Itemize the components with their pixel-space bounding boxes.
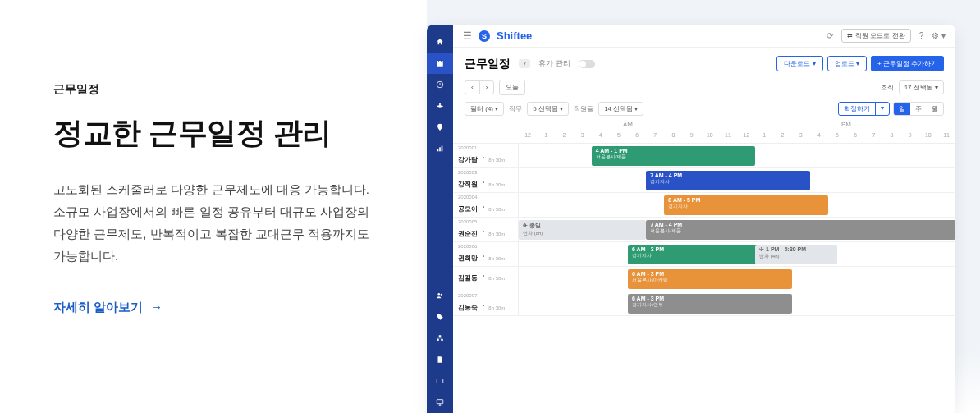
view-week[interactable]: 주 — [910, 103, 927, 115]
svg-rect-13 — [437, 400, 443, 404]
sidenav-chart[interactable] — [427, 138, 453, 159]
sidenav-clock[interactable] — [427, 74, 453, 95]
main-title: 정교한 근무일정 관리 — [53, 113, 378, 154]
shift-block[interactable]: 8 AM - 5 PM경기지사 — [664, 195, 828, 215]
shift-time: ✈ 1 PM - 5:30 PM — [759, 246, 833, 253]
schedule-row: 2020005권순진 · 8h 30m✈ 종일연차 (8h)7 AM - 4 P… — [453, 218, 955, 242]
monitor-icon — [436, 398, 444, 406]
shift-block[interactable]: ✈ 1 PM - 5:30 PM반차 (4h) — [755, 245, 837, 264]
shift-loc: 연차 (8h) — [523, 230, 642, 237]
doc-icon — [436, 356, 444, 364]
shift-loc: 경기지사/연부 — [632, 301, 788, 309]
hour-cell: 4 — [592, 132, 610, 143]
row-header[interactable]: 2020001강가람 · 8h 30m — [453, 144, 519, 167]
today-button[interactable]: 오늘 — [499, 80, 525, 95]
shift-loc: 반차 (4h) — [759, 253, 833, 260]
hour-cell: 8 — [664, 132, 682, 143]
logo-text: Shiftee — [497, 30, 532, 42]
menu-icon[interactable]: ☰ — [463, 30, 472, 42]
emp-name: 김농숙 — [458, 304, 478, 311]
am-label: AM — [519, 121, 737, 132]
emp-select[interactable]: 14 선택됨 ▾ — [598, 102, 643, 116]
row-track: 6 AM - 3 PM서울본사/마케팅 — [519, 267, 955, 291]
help-icon[interactable]: ? — [919, 31, 924, 40]
shift-block[interactable]: 4 AM - 1 PM서울본사/제품 — [592, 146, 756, 166]
sidenav-schedule[interactable] — [427, 53, 453, 74]
hour-cell: 9 — [683, 132, 701, 143]
emp-time: 8h 30m — [488, 256, 505, 261]
shift-time: 7 AM - 4 PM — [650, 222, 951, 227]
learn-more-link[interactable]: 자세히 알아보기 → — [53, 300, 378, 315]
hour-cell: 1 — [755, 132, 773, 143]
shift-block[interactable]: 6 AM - 3 PM경기지사/연부 — [628, 294, 792, 314]
hour-cell: 5 — [828, 132, 846, 143]
next-button[interactable]: › — [480, 81, 494, 94]
filter-button[interactable]: 필터 (4) ▾ — [465, 102, 504, 116]
view-month[interactable]: 월 — [927, 103, 943, 115]
shift-loc: 서울본사/제품 — [650, 227, 951, 235]
svg-rect-10 — [437, 339, 439, 341]
gear-icon[interactable]: ⚙ ▾ — [932, 31, 946, 40]
svg-rect-11 — [441, 339, 443, 341]
shift-block[interactable]: ✈ 종일연차 (8h) — [519, 220, 646, 240]
emp-name: 권순진 — [458, 230, 478, 237]
emp-name: 권희망 — [458, 255, 478, 262]
sidenav-people[interactable] — [427, 285, 453, 306]
shift-block[interactable]: 7 AM - 4 PM서울본사/제품 — [646, 220, 955, 240]
shift-loc: 서울본사/마케팅 — [632, 277, 788, 284]
leave-label: 휴가 관리 — [538, 58, 570, 69]
row-track: ✈ 종일연차 (8h)7 AM - 4 PM서울본사/제품 — [519, 218, 955, 241]
sidenav-monitor[interactable] — [427, 392, 453, 413]
swap-icon: ⇄ — [847, 32, 853, 39]
download-button[interactable]: 다운로드 ▾ — [776, 56, 822, 71]
sidenav-plane[interactable] — [427, 95, 453, 117]
people-icon — [436, 291, 444, 300]
sidenav-doc[interactable] — [427, 349, 453, 370]
filter-row: 필터 (4) ▾ 직무 5 선택됨 ▾ 직원들 14 선택됨 ▾ 확정하기 ▾ … — [453, 102, 955, 121]
prev-button[interactable]: ‹ — [465, 81, 480, 94]
confirm-dropdown[interactable]: ▾ — [875, 103, 889, 115]
sidenav — [427, 25, 453, 413]
hour-cell: 9 — [901, 132, 919, 143]
sidenav-location[interactable] — [427, 117, 453, 138]
svg-rect-6 — [442, 146, 443, 152]
shift-block[interactable]: 7 AM - 4 PM경기지사 — [646, 171, 810, 190]
view-day[interactable]: 일 — [894, 103, 910, 115]
team-select[interactable]: 17 선택됨 ▾ — [899, 80, 944, 94]
add-schedule-button[interactable]: + 근무일정 추가하기 — [871, 56, 944, 71]
pm-label: PM — [737, 121, 955, 132]
row-header[interactable]: 2020005권순진 · 8h 30m — [453, 218, 519, 241]
org-icon — [436, 334, 444, 342]
upload-button[interactable]: 업로드 ▾ — [827, 56, 867, 71]
sidenav-org[interactable] — [427, 328, 453, 349]
row-header[interactable]: 2020003강직원 · 8h 30m — [453, 168, 519, 192]
hour-cell: 1 — [537, 132, 555, 143]
svg-point-8 — [441, 294, 442, 296]
row-header[interactable]: 2020004공모이 · 8h 30m — [453, 193, 519, 217]
shift-time: 8 AM - 5 PM — [668, 197, 824, 203]
emp-name: 강가람 — [458, 156, 478, 163]
plane-icon — [436, 102, 444, 110]
confirm-button[interactable]: 확정하기 — [839, 103, 875, 115]
role-select[interactable]: 5 선택됨 ▾ — [527, 102, 569, 116]
row-header[interactable]: 2020007김농숙 · 8h 30m — [453, 291, 519, 315]
sidenav-home[interactable] — [427, 31, 453, 53]
shift-loc: 경기지사 — [668, 203, 824, 210]
hour-cell: 7 — [864, 132, 882, 143]
shift-time: ✈ 종일 — [523, 222, 642, 230]
sidenav-tag[interactable] — [427, 306, 453, 328]
hour-cell: 6 — [628, 132, 646, 143]
row-header[interactable]: 2020006권희망 · 8h 30m — [453, 242, 519, 266]
row-track: 8 AM - 5 PM경기지사 — [519, 193, 955, 217]
mode-switch-button[interactable]: ⇄ 직원 모드로 전환 — [841, 29, 910, 43]
emp-time: 8h 30m — [488, 158, 505, 163]
leave-toggle[interactable] — [579, 60, 595, 68]
hour-cell: 10 — [919, 132, 937, 143]
description: 고도화된 스케줄러로 다양한 근무제도에 대응 가능합니다. 소규모 사업장에서… — [53, 178, 378, 267]
refresh-icon[interactable]: ⟳ — [827, 31, 833, 40]
app-window: ☰ S Shiftee ⟳ ⇄ 직원 모드로 전환 ? ⚙ ▾ 근무일정 7 휴… — [427, 25, 955, 413]
shift-loc: 서울본사/제품 — [596, 154, 752, 161]
row-header[interactable]: 김길동 · 8h 30m — [453, 267, 519, 291]
sidenav-card[interactable] — [427, 370, 453, 392]
shift-block[interactable]: 6 AM - 3 PM서울본사/마케팅 — [628, 269, 792, 289]
